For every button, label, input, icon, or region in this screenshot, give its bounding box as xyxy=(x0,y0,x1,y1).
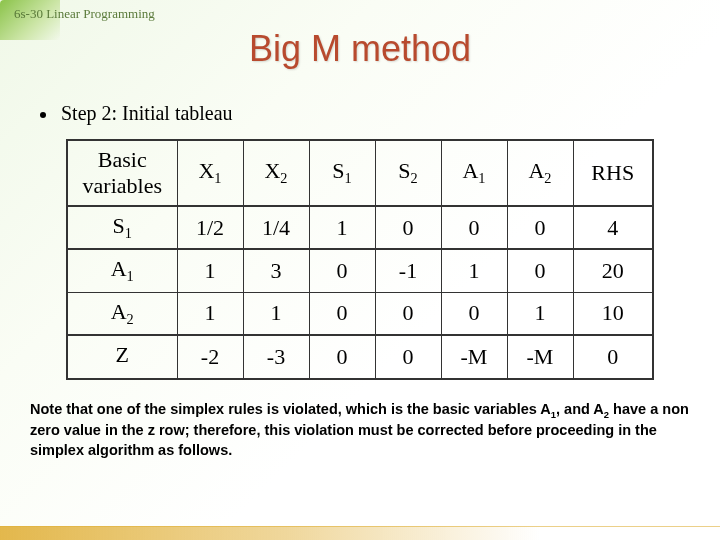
cell: 0 xyxy=(507,249,573,292)
page-title: Big M method xyxy=(0,28,720,70)
cell: -2 xyxy=(177,335,243,378)
cell: 0 xyxy=(441,206,507,249)
cell: 0 xyxy=(573,335,653,378)
table-header-row: Basic variables X1 X2 S1 S2 A1 A2 RHS xyxy=(67,140,653,206)
cell-bv: A1 xyxy=(67,249,177,292)
col-basic-variables: Basic variables xyxy=(67,140,177,206)
cell: 4 xyxy=(573,206,653,249)
cell: 1 xyxy=(309,206,375,249)
col-s1: S1 xyxy=(309,140,375,206)
cell-bv: S1 xyxy=(67,206,177,249)
cell: 0 xyxy=(375,335,441,378)
cell: 10 xyxy=(573,292,653,335)
table-row: Z -2 -3 0 0 -M -M 0 xyxy=(67,335,653,378)
col-x2: X2 xyxy=(243,140,309,206)
step-text: Step 2: Initial tableau xyxy=(61,102,233,124)
cell: -1 xyxy=(375,249,441,292)
cell: 1 xyxy=(507,292,573,335)
cell: -3 xyxy=(243,335,309,378)
cell: 1 xyxy=(441,249,507,292)
table-row: S1 1/2 1/4 1 0 0 0 4 xyxy=(67,206,653,249)
bullet-icon xyxy=(40,112,46,118)
col-rhs: RHS xyxy=(573,140,653,206)
col-x1: X1 xyxy=(177,140,243,206)
cell: 0 xyxy=(309,335,375,378)
col-a1: A1 xyxy=(441,140,507,206)
cell: 0 xyxy=(309,249,375,292)
cell: 3 xyxy=(243,249,309,292)
cell-bv: Z xyxy=(67,335,177,378)
col-a2: A2 xyxy=(507,140,573,206)
cell: -M xyxy=(441,335,507,378)
cell: 0 xyxy=(441,292,507,335)
col-s2: S2 xyxy=(375,140,441,206)
cell: 0 xyxy=(375,292,441,335)
cell: 0 xyxy=(375,206,441,249)
tableau-table: Basic variables X1 X2 S1 S2 A1 A2 RHS S1… xyxy=(66,139,654,380)
cell: 1 xyxy=(177,292,243,335)
step-heading: Step 2: Initial tableau xyxy=(40,102,720,125)
cell: 20 xyxy=(573,249,653,292)
cell: 1 xyxy=(243,292,309,335)
cell: 1/2 xyxy=(177,206,243,249)
footer-decoration xyxy=(0,526,720,540)
table-row: A2 1 1 0 0 0 1 10 xyxy=(67,292,653,335)
cell: -M xyxy=(507,335,573,378)
table-row: A1 1 3 0 -1 1 0 20 xyxy=(67,249,653,292)
cell: 1/4 xyxy=(243,206,309,249)
cell: 0 xyxy=(507,206,573,249)
cell: 1 xyxy=(177,249,243,292)
cell-bv: A2 xyxy=(67,292,177,335)
slide-header: 6s-30 Linear Programming xyxy=(14,6,155,22)
cell: 0 xyxy=(309,292,375,335)
footnote: Note that one of the simplex rules is vi… xyxy=(30,400,690,461)
